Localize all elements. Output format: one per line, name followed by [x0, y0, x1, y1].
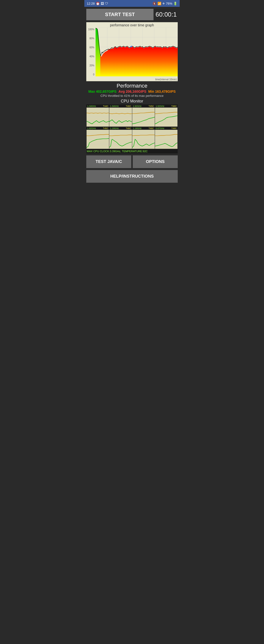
cpu-cell-5-freq: 1.92GHz: [87, 127, 96, 130]
performance-graph-section: performance over time graph 100% 80% 60%…: [86, 22, 178, 81]
graph-title: performance over time graph: [86, 22, 178, 28]
clock-icon: ⏰: [96, 2, 100, 5]
cpu-cell-3-temp: T45C: [149, 105, 154, 107]
cpu-cell-8-graph: [155, 130, 178, 149]
cpu-cell-4-graph: [155, 108, 178, 126]
cpu-grid: 1.34GHz T44C 1.34GHz T46C: [86, 104, 178, 149]
cpu-cell-4: 1.92GHz T46C: [155, 105, 178, 126]
cpu-cell-6-temp: T46C: [126, 127, 131, 130]
cpu-cell-4-temp: T46C: [171, 105, 177, 107]
cpu-cell-4-freq: 1.92GHz: [156, 105, 165, 107]
cpu-cell-5-graph: [86, 130, 109, 149]
battery-pct: 76%: [166, 2, 172, 5]
x-axis-label: time(interval 10min): [155, 78, 177, 81]
cpu-cell-8-header: 0.67GHz T49C: [155, 127, 178, 130]
throttle-text: CPU throttled to 41% of its max performa…: [86, 94, 178, 98]
perf-avg: Avg 206,160GIPS: [118, 90, 147, 94]
cpu-cell-2-graph: [109, 108, 132, 126]
cpu-cell-3: 1.92GHz T45C: [132, 105, 155, 126]
cpu-cell-6-graph: [109, 130, 132, 149]
y-label-40: 40%: [87, 55, 95, 58]
cpu-cell-2: 1.34GHz T46C: [109, 105, 132, 126]
cpu-cell-8: 0.67GHz T49C: [155, 127, 178, 149]
svg-point-15: [130, 46, 132, 47]
cpu-cell-5-header: 1.92GHz T45C: [86, 127, 109, 130]
cpu-cell-6: 1.19GHz T46C: [109, 127, 132, 149]
graph-svg-area: [96, 28, 178, 76]
y-label-100: 100%: [87, 28, 95, 31]
cpu-cell-8-freq: 0.67GHz: [156, 127, 165, 130]
timer-display: 60:00:1: [156, 11, 178, 18]
cpu-cell-2-temp: T46C: [126, 105, 131, 107]
main-content: START TEST 60:00:1 performance over time…: [84, 7, 180, 188]
cpu-cell-1-graph: [86, 108, 109, 126]
cpu-cell-6-freq: 1.19GHz: [110, 127, 119, 130]
y-label-20: 20%: [87, 64, 95, 67]
y-label-80: 80%: [87, 37, 95, 40]
bottom-buttons: TEST JAVA/C OPTIONS: [86, 156, 178, 168]
cpu-cell-6-header: 1.19GHz T46C: [109, 127, 132, 130]
time-display: 12:28: [87, 2, 95, 5]
shield-icon: 🛡: [105, 2, 108, 5]
status-bar: 12:28 ⏰ 🖼 🛡 🔇 📶 ✈ 76% 🔋: [84, 0, 180, 7]
cpu-cell-4-header: 1.92GHz T46C: [155, 105, 178, 108]
cpu-cell-1: 1.34GHz T44C: [86, 105, 109, 126]
battery-icon: 🔋: [173, 2, 177, 5]
status-left: 12:28 ⏰ 🖼 🛡: [87, 2, 108, 5]
image-icon: 🖼: [101, 2, 104, 5]
svg-marker-14: [100, 46, 178, 76]
performance-title: Performance: [86, 83, 178, 89]
airplane-icon: ✈: [162, 2, 165, 5]
mute-icon: 🔇: [153, 2, 157, 5]
cpu-cell-7: 1.19GHz T46C: [132, 127, 155, 149]
status-right: 🔇 📶 ✈ 76% 🔋: [153, 2, 177, 5]
cpu-cell-1-temp: T44C: [103, 105, 108, 107]
cpu-cell-3-freq: 1.92GHz: [133, 105, 142, 107]
top-row: START TEST 60:00:1: [86, 9, 178, 20]
max-cpu-info: MAX CPU CLOCK:3.39GHz, TEMPERATURE:92C: [86, 149, 178, 154]
cpu-monitor-title: CPU Monitor: [86, 99, 178, 104]
cpu-cell-1-header: 1.34GHz T44C: [86, 105, 109, 108]
cpu-cell-5-temp: T45C: [103, 127, 108, 130]
cpu-cell-7-header: 1.19GHz T46C: [132, 127, 155, 130]
y-label-0: 0: [87, 73, 95, 76]
cpu-cell-8-temp: T49C: [171, 127, 177, 130]
performance-section: Performance Max 402,657GIPS Avg 206,160G…: [86, 83, 178, 98]
help-instructions-button[interactable]: HELP/INSTRUCTIONS: [86, 170, 178, 183]
cpu-cell-2-freq: 1.34GHz: [110, 105, 119, 107]
cpu-cell-5: 1.92GHz T45C: [86, 127, 109, 149]
cpu-cell-2-header: 1.34GHz T46C: [109, 105, 132, 108]
cpu-cell-1-freq: 1.34GHz: [87, 105, 96, 107]
test-java-c-button[interactable]: TEST JAVA/C: [86, 156, 131, 168]
cpu-cell-7-graph: [132, 130, 155, 149]
perf-min: Min 163,478GIPS: [148, 90, 176, 94]
y-label-60: 60%: [87, 46, 95, 49]
wifi-icon: 📶: [157, 2, 161, 5]
performance-stats: Max 402,657GIPS Avg 206,160GIPS Min 163,…: [86, 90, 178, 94]
start-test-button[interactable]: START TEST: [86, 9, 154, 20]
graph-container: 100% 80% 60% 40% 20% 0: [86, 28, 178, 81]
perf-max: Max 402,657GIPS: [88, 90, 116, 94]
cpu-cell-7-temp: T46C: [149, 127, 154, 130]
cpu-cell-3-header: 1.92GHz T45C: [132, 105, 155, 108]
options-button[interactable]: OPTIONS: [133, 156, 178, 168]
cpu-cell-7-freq: 1.19GHz: [133, 127, 142, 130]
cpu-cell-3-graph: [132, 108, 155, 126]
y-axis: 100% 80% 60% 40% 20% 0: [86, 28, 96, 76]
